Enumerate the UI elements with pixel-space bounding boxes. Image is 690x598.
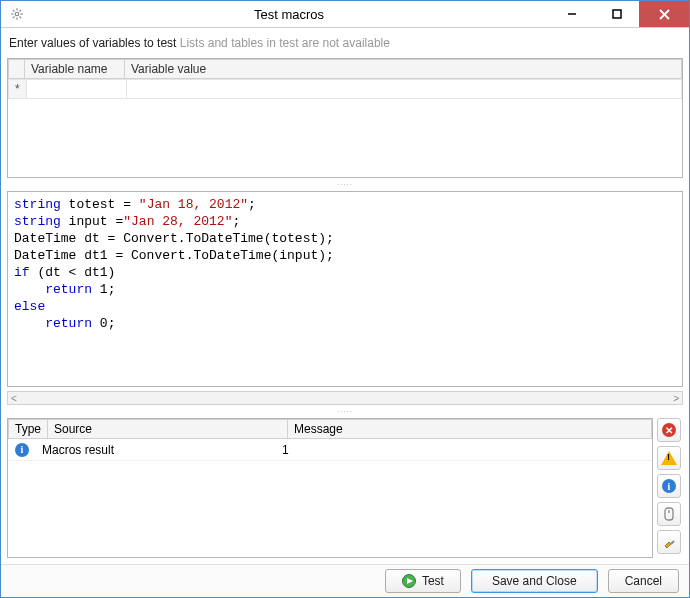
tok: if (14, 265, 30, 280)
clear-messages-button[interactable]: ✕ (657, 418, 681, 442)
splitter-bottom[interactable]: ····· (7, 409, 683, 414)
svg-rect-10 (613, 10, 621, 18)
cancel-button-label: Cancel (625, 574, 662, 588)
tok: "Jan 28, 2012" (123, 214, 232, 229)
tok: 1; (92, 282, 115, 297)
col-variable-name[interactable]: Variable name (25, 60, 125, 79)
col-type[interactable]: Type (9, 420, 48, 439)
tok: return (45, 282, 92, 297)
prompt-lead: Enter values of variables to test (9, 36, 176, 50)
toggle-warnings-button[interactable] (657, 446, 681, 470)
play-icon (402, 574, 416, 588)
window: Test macros Enter values of variables to… (0, 0, 690, 598)
tok: DateTime dt = Convert.ToDateTime(totest)… (14, 231, 334, 246)
col-source[interactable]: Source (48, 420, 288, 439)
window-title: Test macros (29, 7, 549, 22)
save-and-close-button[interactable]: Save and Close (471, 569, 598, 593)
code-h-scrollbar[interactable]: < > (7, 391, 683, 405)
prompt-hint: Lists and tables in test are not availab… (180, 36, 390, 50)
brush-icon (662, 535, 676, 549)
cell-var-name[interactable] (26, 80, 126, 99)
tok: DateTime dt1 = Convert.ToDateTime(input)… (14, 248, 334, 263)
message-toolbar: ✕ i (657, 418, 683, 558)
msg-source: Macros result (36, 439, 276, 460)
toggle-info-button[interactable]: i (657, 474, 681, 498)
variables-grid[interactable]: Variable name Variable value * (7, 58, 683, 178)
cell-var-value[interactable] (126, 80, 681, 99)
col-row-header[interactable] (9, 60, 25, 79)
scroll-icon (663, 507, 675, 521)
error-icon: ✕ (662, 423, 676, 437)
new-row-marker: * (9, 80, 27, 99)
maximize-button[interactable] (594, 1, 639, 27)
svg-line-8 (19, 10, 21, 12)
test-button-label: Test (422, 574, 444, 588)
minimize-button[interactable] (549, 1, 594, 27)
scroll-right-icon[interactable]: > (673, 393, 679, 404)
autoscroll-button[interactable] (657, 502, 681, 526)
tok (14, 282, 45, 297)
svg-line-7 (13, 17, 15, 19)
titlebar[interactable]: Test macros (1, 1, 689, 28)
tok: string (14, 197, 61, 212)
window-controls (549, 1, 689, 27)
tok: else (14, 299, 45, 314)
close-button[interactable] (639, 1, 689, 27)
messages-grid[interactable]: Type Source Message i Macros result 1 (7, 418, 653, 558)
prompt-text: Enter values of variables to test Lists … (7, 34, 683, 54)
info-icon: i (15, 443, 29, 457)
tok: totest = (61, 197, 139, 212)
scroll-left-icon[interactable]: < (11, 393, 17, 404)
content-area: Enter values of variables to test Lists … (1, 28, 689, 564)
bottom-panel: Type Source Message i Macros result 1 (7, 418, 683, 558)
cancel-button[interactable]: Cancel (608, 569, 679, 593)
message-row[interactable]: i Macros result 1 (8, 439, 652, 460)
tok: input = (61, 214, 123, 229)
new-row[interactable]: * (9, 80, 682, 99)
svg-point-0 (15, 12, 19, 16)
msg-text: 1 (276, 439, 652, 460)
msg-type-icon-cell: i (8, 439, 36, 460)
tok: string (14, 214, 61, 229)
footer: Test Save and Close Cancel (1, 564, 689, 597)
svg-line-5 (13, 10, 15, 12)
tok: ; (248, 197, 256, 212)
highlight-button[interactable] (657, 530, 681, 554)
splitter-top[interactable]: ····· (7, 182, 683, 187)
svg-line-6 (19, 17, 21, 19)
maximize-icon (612, 9, 622, 19)
tok: 0; (92, 316, 115, 331)
tok: (dt < dt1) (30, 265, 116, 280)
warning-icon (661, 451, 677, 465)
test-button[interactable]: Test (385, 569, 461, 593)
save-button-label: Save and Close (492, 574, 577, 588)
col-message[interactable]: Message (288, 420, 652, 439)
info-icon: i (662, 479, 676, 493)
svg-line-15 (671, 541, 674, 544)
tok: "Jan 18, 2012" (139, 197, 248, 212)
tok: ; (232, 214, 240, 229)
tok (14, 316, 45, 331)
code-editor[interactable]: string totest = "Jan 18, 2012"; string i… (7, 191, 683, 387)
close-icon (659, 9, 670, 20)
col-variable-value[interactable]: Variable value (125, 60, 682, 79)
app-icon (5, 7, 29, 21)
minimize-icon (567, 9, 577, 19)
tok: return (45, 316, 92, 331)
svg-rect-13 (665, 508, 673, 520)
gear-icon (10, 7, 24, 21)
